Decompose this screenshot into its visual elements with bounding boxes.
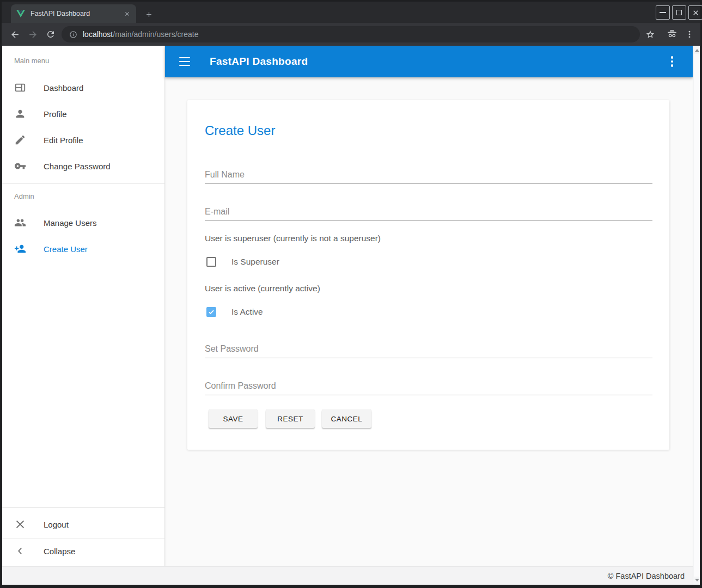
new-tab-button[interactable] bbox=[143, 8, 155, 20]
active-hint: User is active (currently active) bbox=[205, 284, 320, 293]
sidebar-item-profile[interactable]: Profile bbox=[2, 101, 165, 127]
check-icon bbox=[207, 308, 215, 316]
sidebar-item-create-user[interactable]: Create User bbox=[2, 236, 165, 262]
reset-button[interactable]: RESET bbox=[266, 409, 315, 428]
form-actions: SAVE RESET CANCEL bbox=[187, 409, 669, 428]
page-scrollbar[interactable] bbox=[693, 46, 700, 585]
maximize-icon bbox=[676, 10, 682, 15]
save-button[interactable]: SAVE bbox=[209, 409, 258, 428]
scrollbar-thumb[interactable] bbox=[694, 54, 700, 577]
address-bar[interactable]: localhost/main/admin/users/create bbox=[62, 26, 640, 42]
page-footer: © FastAPI Dashboard bbox=[2, 566, 700, 585]
email-input[interactable] bbox=[205, 203, 652, 221]
hamburger-menu-button[interactable] bbox=[179, 56, 191, 67]
superuser-hint: User is superuser (currently is not a su… bbox=[205, 234, 381, 243]
info-icon bbox=[69, 30, 77, 39]
scrollbar-up-arrow[interactable] bbox=[695, 49, 699, 52]
url-host: localhost bbox=[83, 30, 113, 39]
sidebar-item-label: Collapse bbox=[44, 547, 75, 556]
url-text: localhost/main/admin/users/create bbox=[83, 30, 198, 39]
sidebar-item-dashboard[interactable]: Dashboard bbox=[2, 75, 165, 101]
sidebar-divider bbox=[2, 183, 165, 184]
vue-logo-icon bbox=[16, 10, 25, 17]
sidebar-item-logout[interactable]: Logout bbox=[2, 511, 165, 537]
is-superuser-row: Is Superuser bbox=[206, 257, 279, 267]
chevron-left-icon bbox=[14, 545, 26, 557]
sidebar-section-main-menu: Main menu bbox=[14, 57, 49, 65]
sidebar-item-change-password[interactable]: Change Password bbox=[2, 153, 165, 179]
page-title: Create User bbox=[205, 123, 275, 138]
scrollbar-down-arrow[interactable] bbox=[695, 579, 699, 581]
sidebar-item-label: Create User bbox=[44, 244, 88, 254]
person-add-icon bbox=[14, 243, 26, 255]
app-bar: FastAPI Dashboard bbox=[165, 46, 693, 77]
window-maximize-button[interactable] bbox=[672, 5, 686, 20]
browser-toolbar: localhost/main/admin/users/create bbox=[2, 23, 700, 46]
sidebar-item-label: Change Password bbox=[44, 162, 111, 171]
sidebar-section-admin: Admin bbox=[14, 192, 34, 200]
sidebar-item-label: Logout bbox=[44, 520, 69, 529]
sidebar-item-label: Dashboard bbox=[44, 83, 83, 93]
page-viewport: Main menu Dashboard Profile Edit Profile… bbox=[2, 46, 700, 585]
sidebar-item-label: Profile bbox=[44, 109, 67, 119]
tab-close-icon[interactable] bbox=[122, 9, 132, 19]
sidebar: Main menu Dashboard Profile Edit Profile… bbox=[2, 46, 165, 566]
browser-tab[interactable]: FastAPI Dashboard bbox=[11, 4, 136, 23]
set-password-input[interactable] bbox=[205, 340, 652, 358]
minimize-icon bbox=[660, 12, 666, 13]
full-name-input[interactable] bbox=[205, 166, 652, 184]
sidebar-item-edit-profile[interactable]: Edit Profile bbox=[2, 127, 165, 153]
is-superuser-label[interactable]: Is Superuser bbox=[231, 257, 279, 267]
is-superuser-checkbox[interactable] bbox=[206, 257, 216, 267]
confirm-password-input[interactable] bbox=[205, 377, 652, 395]
back-button[interactable] bbox=[8, 28, 21, 41]
tab-strip: FastAPI Dashboard bbox=[2, 2, 700, 23]
sidebar-item-label: Manage Users bbox=[44, 218, 97, 228]
is-active-row: Is Active bbox=[206, 307, 263, 317]
pencil-icon bbox=[14, 134, 26, 146]
url-path: /main/admin/users/create bbox=[113, 30, 198, 39]
kebab-menu-icon bbox=[685, 29, 694, 39]
forward-button[interactable] bbox=[26, 28, 39, 41]
is-active-label[interactable]: Is Active bbox=[231, 307, 263, 317]
group-icon bbox=[14, 217, 26, 229]
sidebar-item-collapse[interactable]: Collapse bbox=[2, 538, 165, 564]
star-icon bbox=[645, 29, 656, 40]
close-icon bbox=[692, 9, 699, 16]
window-minimize-button[interactable] bbox=[656, 5, 670, 20]
person-icon bbox=[14, 108, 26, 120]
sidebar-item-label: Edit Profile bbox=[44, 136, 83, 145]
copyright-text: © FastAPI Dashboard bbox=[608, 572, 685, 580]
forward-arrow-icon bbox=[28, 29, 38, 40]
browser-window: FastAPI Dashboard localhost/main/admin/u… bbox=[0, 0, 702, 588]
back-arrow-icon bbox=[10, 29, 20, 40]
sidebar-item-manage-users[interactable]: Manage Users bbox=[2, 210, 165, 236]
cancel-button[interactable]: CANCEL bbox=[322, 409, 371, 428]
browser-menu-button[interactable] bbox=[683, 28, 696, 41]
create-user-card: Create User User is superuser (currently… bbox=[187, 100, 669, 450]
web-icon bbox=[14, 82, 26, 94]
tab-title: FastAPI Dashboard bbox=[30, 10, 122, 17]
key-icon bbox=[14, 160, 26, 172]
app-title: FastAPI Dashboard bbox=[210, 56, 308, 68]
close-x-icon bbox=[14, 518, 26, 530]
reload-icon bbox=[46, 29, 56, 39]
window-close-button[interactable] bbox=[688, 5, 702, 20]
appbar-menu-button[interactable] bbox=[666, 55, 679, 68]
is-active-checkbox[interactable] bbox=[206, 307, 216, 317]
incognito-button[interactable] bbox=[666, 28, 679, 41]
reload-button[interactable] bbox=[44, 28, 57, 41]
sidebar-divider bbox=[2, 507, 165, 508]
bookmark-star-button[interactable] bbox=[644, 28, 657, 41]
incognito-icon bbox=[667, 29, 677, 40]
